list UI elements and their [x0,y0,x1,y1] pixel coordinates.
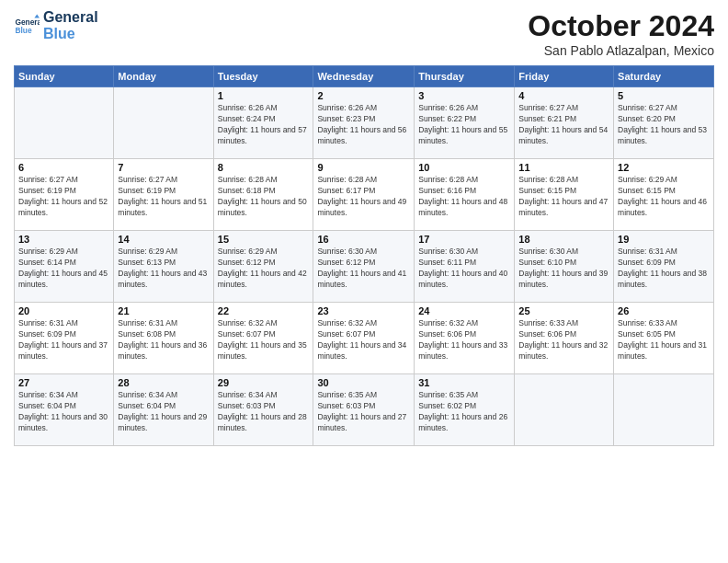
day-info: Sunrise: 6:32 AM Sunset: 6:07 PM Dayligh… [218,318,310,362]
table-cell: 21Sunrise: 6:31 AM Sunset: 6:08 PM Dayli… [114,303,213,374]
day-number: 6 [18,162,109,173]
day-info: Sunrise: 6:26 AM Sunset: 6:24 PM Dayligh… [218,103,310,147]
day-info: Sunrise: 6:26 AM Sunset: 6:23 PM Dayligh… [317,103,410,147]
header-monday: Monday [114,66,213,87]
day-number: 22 [218,305,310,316]
header-saturday: Saturday [614,66,714,87]
day-number: 25 [518,305,609,316]
svg-text:Blue: Blue [15,26,31,35]
table-cell: 17Sunrise: 6:30 AM Sunset: 6:11 PM Dayli… [415,231,515,303]
page: General Blue General Blue October 2024 S… [0,0,728,563]
day-info: Sunrise: 6:27 AM Sunset: 6:21 PM Dayligh… [518,103,609,147]
day-info: Sunrise: 6:29 AM Sunset: 6:15 PM Dayligh… [618,175,710,219]
table-cell: 18Sunrise: 6:30 AM Sunset: 6:10 PM Dayli… [515,231,614,303]
table-cell [614,374,714,446]
day-info: Sunrise: 6:28 AM Sunset: 6:15 PM Dayligh… [518,175,609,219]
day-number: 20 [18,305,109,316]
day-info: Sunrise: 6:35 AM Sunset: 6:02 PM Dayligh… [418,390,510,434]
calendar-table: Sunday Monday Tuesday Wednesday Thursday… [14,65,714,446]
day-info: Sunrise: 6:32 AM Sunset: 6:07 PM Dayligh… [317,318,410,362]
table-cell [515,374,614,446]
table-cell: 7Sunrise: 6:27 AM Sunset: 6:19 PM Daylig… [114,159,213,231]
day-number: 9 [317,162,410,173]
day-info: Sunrise: 6:30 AM Sunset: 6:12 PM Dayligh… [317,247,410,291]
day-info: Sunrise: 6:30 AM Sunset: 6:11 PM Dayligh… [418,247,510,291]
day-number: 4 [518,90,609,101]
day-info: Sunrise: 6:33 AM Sunset: 6:05 PM Dayligh… [618,318,710,362]
table-cell [15,87,114,159]
day-info: Sunrise: 6:29 AM Sunset: 6:12 PM Dayligh… [218,247,310,291]
title-block: October 2024 San Pablo Atlazalpan, Mexic… [528,9,714,58]
week-row-4: 20Sunrise: 6:31 AM Sunset: 6:09 PM Dayli… [15,303,714,374]
table-cell: 27Sunrise: 6:34 AM Sunset: 6:04 PM Dayli… [15,374,114,446]
day-info: Sunrise: 6:34 AM Sunset: 6:04 PM Dayligh… [18,390,109,434]
day-info: Sunrise: 6:34 AM Sunset: 6:04 PM Dayligh… [118,390,209,434]
day-info: Sunrise: 6:31 AM Sunset: 6:09 PM Dayligh… [618,247,710,291]
day-number: 30 [317,377,410,388]
svg-text:General: General [15,17,40,26]
table-cell: 15Sunrise: 6:29 AM Sunset: 6:12 PM Dayli… [213,231,313,303]
day-info: Sunrise: 6:31 AM Sunset: 6:09 PM Dayligh… [18,318,109,362]
day-number: 10 [418,162,510,173]
table-cell: 26Sunrise: 6:33 AM Sunset: 6:05 PM Dayli… [614,303,714,374]
day-info: Sunrise: 6:33 AM Sunset: 6:06 PM Dayligh… [518,318,609,362]
day-number: 8 [218,162,310,173]
logo: General Blue General Blue [14,9,98,41]
header-thursday: Thursday [415,66,515,87]
table-cell: 4Sunrise: 6:27 AM Sunset: 6:21 PM Daylig… [515,87,614,159]
day-number: 26 [618,305,710,316]
month-title: October 2024 [528,9,714,43]
table-cell: 23Sunrise: 6:32 AM Sunset: 6:07 PM Dayli… [313,303,415,374]
day-number: 3 [418,90,510,101]
day-info: Sunrise: 6:27 AM Sunset: 6:19 PM Dayligh… [118,175,209,219]
header-tuesday: Tuesday [213,66,313,87]
logo-icon: General Blue [14,13,40,39]
week-row-3: 13Sunrise: 6:29 AM Sunset: 6:14 PM Dayli… [15,231,714,303]
table-cell: 14Sunrise: 6:29 AM Sunset: 6:13 PM Dayli… [114,231,213,303]
day-info: Sunrise: 6:28 AM Sunset: 6:17 PM Dayligh… [317,175,410,219]
table-cell: 10Sunrise: 6:28 AM Sunset: 6:16 PM Dayli… [415,159,515,231]
day-info: Sunrise: 6:34 AM Sunset: 6:03 PM Dayligh… [218,390,310,434]
table-cell: 20Sunrise: 6:31 AM Sunset: 6:09 PM Dayli… [15,303,114,374]
table-cell: 13Sunrise: 6:29 AM Sunset: 6:14 PM Dayli… [15,231,114,303]
table-cell: 2Sunrise: 6:26 AM Sunset: 6:23 PM Daylig… [313,87,415,159]
week-row-2: 6Sunrise: 6:27 AM Sunset: 6:19 PM Daylig… [15,159,714,231]
day-info: Sunrise: 6:26 AM Sunset: 6:22 PM Dayligh… [418,103,510,147]
header: General Blue General Blue October 2024 S… [14,9,714,58]
day-info: Sunrise: 6:29 AM Sunset: 6:14 PM Dayligh… [18,247,109,291]
svg-marker-2 [34,14,40,17]
table-cell: 29Sunrise: 6:34 AM Sunset: 6:03 PM Dayli… [213,374,313,446]
day-number: 18 [518,234,609,245]
table-cell: 25Sunrise: 6:33 AM Sunset: 6:06 PM Dayli… [515,303,614,374]
day-number: 29 [218,377,310,388]
day-number: 16 [317,234,410,245]
table-cell: 30Sunrise: 6:35 AM Sunset: 6:03 PM Dayli… [313,374,415,446]
day-info: Sunrise: 6:32 AM Sunset: 6:06 PM Dayligh… [418,318,510,362]
header-sunday: Sunday [15,66,114,87]
day-number: 11 [518,162,609,173]
day-number: 21 [118,305,209,316]
logo-general: General [43,9,98,26]
day-number: 17 [418,234,510,245]
table-cell: 5Sunrise: 6:27 AM Sunset: 6:20 PM Daylig… [614,87,714,159]
table-cell: 1Sunrise: 6:26 AM Sunset: 6:24 PM Daylig… [213,87,313,159]
day-number: 14 [118,234,209,245]
week-row-5: 27Sunrise: 6:34 AM Sunset: 6:04 PM Dayli… [15,374,714,446]
day-number: 24 [418,305,510,316]
day-number: 7 [118,162,209,173]
header-friday: Friday [515,66,614,87]
day-info: Sunrise: 6:29 AM Sunset: 6:13 PM Dayligh… [118,247,209,291]
day-number: 2 [317,90,410,101]
day-info: Sunrise: 6:28 AM Sunset: 6:16 PM Dayligh… [418,175,510,219]
table-cell: 28Sunrise: 6:34 AM Sunset: 6:04 PM Dayli… [114,374,213,446]
table-cell: 19Sunrise: 6:31 AM Sunset: 6:09 PM Dayli… [614,231,714,303]
day-number: 12 [618,162,710,173]
day-info: Sunrise: 6:28 AM Sunset: 6:18 PM Dayligh… [218,175,310,219]
logo-blue: Blue [43,26,98,42]
table-cell [114,87,213,159]
table-cell: 6Sunrise: 6:27 AM Sunset: 6:19 PM Daylig… [15,159,114,231]
day-info: Sunrise: 6:27 AM Sunset: 6:20 PM Dayligh… [618,103,710,147]
table-cell: 8Sunrise: 6:28 AM Sunset: 6:18 PM Daylig… [213,159,313,231]
day-info: Sunrise: 6:27 AM Sunset: 6:19 PM Dayligh… [18,175,109,219]
table-cell: 16Sunrise: 6:30 AM Sunset: 6:12 PM Dayli… [313,231,415,303]
